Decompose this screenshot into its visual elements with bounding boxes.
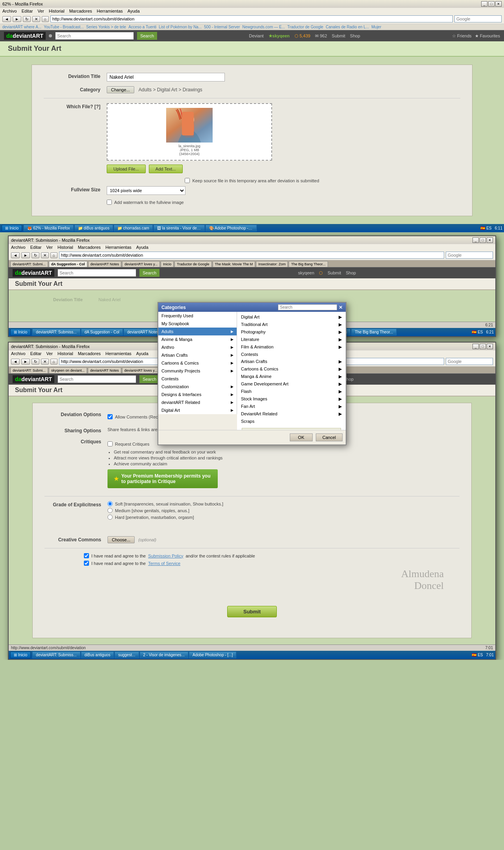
da-nav-submit[interactable]: Submit [332, 33, 345, 38]
request-critiques-checkbox[interactable] [107, 441, 113, 446]
stop-btn-3[interactable]: ✕ [41, 359, 49, 365]
cat-right-film[interactable]: Film & Animation ▶ [239, 343, 344, 351]
tab3-skyqeen[interactable]: skyqeen on deviant... [49, 367, 87, 373]
cat-right-flash[interactable]: Flash ▶ [239, 388, 344, 395]
menu-editar-2[interactable]: Editar [30, 245, 42, 250]
cat-right-contests[interactable]: Contests [239, 351, 344, 358]
stop-btn-2[interactable]: ✕ [41, 252, 49, 258]
tab3-submi[interactable]: deviantART: Submi... [10, 367, 48, 373]
start-btn-1[interactable]: ⊞ Inicio [2, 225, 22, 231]
da-nav-shop-2[interactable]: Shop [346, 270, 356, 275]
close-btn-3[interactable]: ✕ [487, 344, 493, 349]
menu-editar-3[interactable]: Editar [30, 351, 42, 356]
cat-anthro[interactable]: Anthro ▶ [158, 343, 237, 351]
taskbar3-visor[interactable]: 2 - Visor de imágenes... [140, 652, 188, 658]
tab2-submi[interactable]: deviantART: Submi... [10, 261, 48, 267]
menu-herramientas-3[interactable]: Herramientas [106, 351, 132, 356]
dialog-close-btn[interactable]: ✕ [339, 305, 343, 310]
menu-marcadores-1[interactable]: Marcadores [69, 9, 92, 13]
menu-herramientas-1[interactable]: Herramientas [97, 9, 123, 13]
close-btn-2[interactable]: ✕ [487, 237, 493, 243]
submission-policy-link[interactable]: Submission Policy [148, 554, 183, 558]
bookmark-500[interactable]: 500 - Internal Server [204, 25, 240, 29]
cat-deviantart-related[interactable]: deviantART Related ▶ [158, 398, 237, 406]
taskbar3-submi[interactable]: deviantART: Submiss... [32, 652, 80, 658]
address-bar-2[interactable] [59, 252, 444, 259]
bookmark-traductor[interactable]: Traductor de Google [287, 25, 323, 29]
tab2-inicio[interactable]: Inicio [161, 261, 174, 267]
close-btn-1[interactable]: ✕ [495, 1, 502, 7]
dialog-ok-btn[interactable]: OK [290, 433, 313, 441]
bookmark-mujer[interactable]: Mujer [371, 25, 381, 29]
menu-ayuda-3[interactable]: Ayuda [136, 351, 148, 356]
taskbar-item-firefox1[interactable]: 🦊 62% - Mozilla Firefox [24, 225, 73, 231]
forward-btn-3[interactable]: ► [21, 359, 30, 365]
cat-digital-art[interactable]: Digital Art ▶ [158, 406, 237, 414]
back-btn-1[interactable]: ◄ [2, 16, 11, 22]
da-nav-messages[interactable]: ✉ 962 [315, 33, 327, 39]
tab2-loves[interactable]: deviantART loves y... [122, 261, 160, 267]
da-nav-submit-2[interactable]: Submit [328, 270, 341, 275]
minimize-btn-1[interactable]: _ [481, 1, 487, 7]
bookmark-tuenti[interactable]: Acceso a Tuenti [128, 25, 156, 29]
taskbar2-submi[interactable]: deviantART: Submiss... [32, 329, 80, 335]
cat-right-game-dev[interactable]: Game Developement Art ▶ [239, 380, 344, 388]
menu-ayuda-2[interactable]: Ayuda [136, 245, 148, 250]
tab3-notes[interactable]: deviantART Notes [88, 367, 121, 373]
taskbar3-suggest[interactable]: suggest... [115, 652, 139, 658]
home-btn-3[interactable]: ⌂ [50, 359, 57, 365]
taskbar3-dibus[interactable]: diBus antiguos [81, 652, 114, 658]
tab2-da-suggestion[interactable]: dA Suggestion - Col [49, 261, 87, 267]
taskbar3-photoshop[interactable]: Adobe Photoshop - [...] [189, 652, 236, 658]
search-bar-3[interactable] [446, 358, 493, 365]
da-friends[interactable]: ☆ Friends [452, 33, 472, 39]
search-bar-2[interactable] [446, 252, 493, 259]
menu-herramientas-2[interactable]: Herramientas [106, 245, 132, 250]
cat-cartoons-comics[interactable]: Cartoons & Comics ▶ [158, 359, 237, 367]
maximize-btn-2[interactable]: □ [480, 237, 486, 243]
cat-anime-manga[interactable]: Anime & Manga ▶ [158, 335, 237, 343]
cat-my-scrapbook[interactable]: My Scrapbook [158, 320, 237, 328]
tos-link[interactable]: Terms of Service [148, 561, 180, 566]
cat-right-artisan[interactable]: Artisan Crafts ▶ [239, 358, 344, 365]
da-search-input-1[interactable] [55, 32, 134, 40]
tab2-mask[interactable]: The Mask: Movie The M [213, 261, 255, 267]
fullview-select[interactable]: 1024 pixels wide [107, 186, 185, 195]
menu-historial-1[interactable]: Historial [49, 9, 65, 13]
taskbar-item-chorradas[interactable]: 📁 chorradas.cam [114, 225, 153, 231]
bookmark-youtube[interactable]: YouTube - Broadcast... [44, 25, 84, 29]
reload-btn-2[interactable]: ↻ [32, 252, 39, 258]
menu-ver-2[interactable]: Ver [46, 245, 53, 250]
maximize-btn-1[interactable]: □ [488, 1, 495, 7]
upload-file-btn[interactable]: Upload File... [107, 165, 146, 173]
tab3-loves[interactable]: deviantART loves y... [122, 367, 160, 373]
bookmark-pokemon[interactable]: List of Pokémon by Na... [159, 25, 202, 29]
grade-hard-radio[interactable] [107, 515, 113, 520]
minimize-btn-2[interactable]: _ [472, 237, 479, 243]
taskbar-item-dibus[interactable]: 📁 diBus antiguos [74, 225, 113, 231]
menu-historial-2[interactable]: Historial [57, 245, 73, 250]
start-btn-3[interactable]: ⊞ Inicio [10, 652, 31, 658]
dialog-cancel-btn[interactable]: Cancel [316, 433, 343, 441]
back-btn-2[interactable]: ◄ [11, 252, 20, 258]
menu-ver-3[interactable]: Ver [46, 351, 53, 356]
reload-btn-1[interactable]: ↻ [23, 16, 31, 22]
dialog-search-input[interactable] [278, 304, 337, 310]
cat-community-projects[interactable]: Community Projects ▶ [158, 367, 237, 375]
da-search-input-3[interactable] [57, 375, 136, 383]
tab2-traductor[interactable]: Traductor de Google [174, 261, 211, 267]
menu-archivo-3[interactable]: Archivo [11, 351, 26, 356]
cat-right-literature[interactable]: Literature ▶ [239, 336, 344, 343]
minimize-btn-3[interactable]: _ [472, 344, 479, 349]
address-bar-1[interactable] [50, 15, 453, 22]
keep-source-checkbox[interactable] [185, 178, 190, 183]
da-nav-deviant-2[interactable]: skyqeen [298, 270, 314, 275]
search-bar-1[interactable] [454, 15, 502, 22]
da-favourites[interactable]: ★ Favourites [475, 33, 500, 39]
maximize-btn-3[interactable]: □ [480, 344, 486, 349]
menu-archivo-1[interactable]: Archivo [2, 9, 17, 13]
home-btn-1[interactable]: ⌂ [42, 16, 49, 22]
da-search-btn-2[interactable]: Search [139, 269, 159, 277]
menu-marcadores-2[interactable]: Marcadores [78, 245, 101, 250]
category-change-btn[interactable]: Change... [107, 86, 134, 93]
